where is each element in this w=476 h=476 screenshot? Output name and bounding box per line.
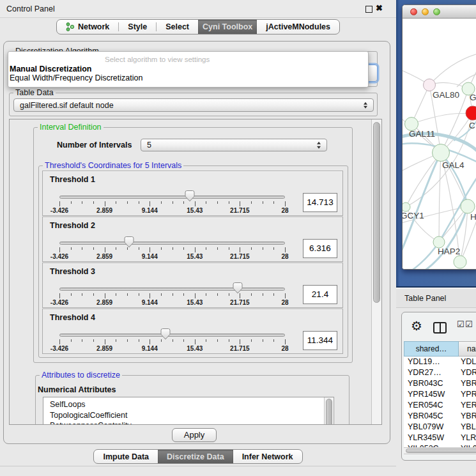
slider-tick: [217, 293, 218, 296]
slider-tick-label: 28: [281, 207, 288, 214]
network-canvas[interactable]: GAL80 GA C GAL11 GAL4 GCY1 H HAP2: [403, 19, 476, 270]
tab-impute-data[interactable]: Impute Data: [94, 450, 158, 463]
table-row[interactable]: YBR043CYBR0: [404, 378, 476, 389]
network-node: [403, 203, 410, 211]
threshold-panel: Threshold 3-3.4262.8599.14415.4321.71528…: [42, 263, 343, 308]
slider-track[interactable]: [59, 196, 285, 199]
attribute-list-item[interactable]: TopologicalCoefficient: [43, 410, 334, 421]
tab-discretize-data[interactable]: Discretize Data: [158, 450, 233, 463]
slider-tick: [240, 293, 240, 298]
tab-network[interactable]: Network: [57, 20, 118, 34]
threshold-label: Threshold 1: [50, 175, 95, 184]
dropdown-option-manual[interactable]: Manual Discretization: [10, 65, 92, 73]
slider-tick: [263, 339, 263, 342]
checkbox-icon[interactable]: ☑: [465, 319, 473, 329]
slider-thumb[interactable]: [160, 328, 171, 340]
table-row[interactable]: YER054CYER0: [404, 400, 476, 411]
slider-tick: [139, 201, 139, 204]
attribute-list-item[interactable]: SelfLoops: [43, 399, 334, 410]
slider-tick-label: 9.144: [142, 299, 158, 306]
tab-infer-network[interactable]: Infer Network: [233, 450, 302, 463]
slider-tick-label: -3.426: [50, 299, 68, 306]
network-node: [454, 256, 466, 268]
table-panel: ⚙ ☑ ☑ shared… name YDL19…YDL1YDR27…YDR2Y…: [401, 312, 476, 461]
node-label: GA: [470, 93, 476, 102]
slider-thumb[interactable]: [233, 282, 243, 294]
tab-style[interactable]: Style: [119, 20, 156, 34]
slider-tick: [127, 293, 128, 296]
slider-tick: [240, 247, 240, 252]
combo-arrows-icon: [363, 102, 368, 109]
threshold-label: Threshold 2: [50, 221, 95, 230]
dropdown-prompt-item[interactable]: Select algorithm to view settings: [105, 56, 210, 63]
slider-track[interactable]: [59, 334, 285, 337]
slider-tick: [150, 247, 150, 252]
slider-tick: [173, 201, 173, 204]
slider-tick: [183, 339, 184, 342]
threshold-value-field[interactable]: 21.4: [303, 285, 337, 304]
slider-tick: [251, 293, 252, 296]
threshold-value-field[interactable]: 6.316: [303, 239, 337, 258]
algorithm-dropdown-popup: Select algorithm to view settings Manual…: [8, 51, 369, 88]
table-row[interactable]: YLR345WYLR3: [404, 433, 476, 443]
slider-thumb[interactable]: [185, 190, 195, 202]
threshold-value-field[interactable]: 14.713: [303, 193, 337, 212]
slider-tick: [206, 247, 206, 250]
list-scrollbar[interactable]: [324, 397, 333, 425]
tab-select[interactable]: Select: [157, 20, 198, 34]
slider-tick: [251, 247, 252, 250]
slider-tick: [71, 247, 72, 250]
float-window-icon[interactable]: [365, 6, 372, 13]
settings-scroll-pane: Interval Definition Number of Intervals …: [9, 119, 382, 425]
panel-scrollbar[interactable]: [371, 119, 381, 424]
slider-tick: [217, 339, 218, 342]
slider-tick: [116, 293, 116, 296]
slider-tick: [59, 201, 60, 206]
minimize-traffic-light[interactable]: [422, 8, 429, 15]
slider-tick: [285, 293, 286, 298]
node-label: GCY1: [403, 211, 424, 220]
threshold-value-field[interactable]: 11.344: [303, 331, 337, 350]
checkbox-icon[interactable]: ☑: [457, 319, 464, 329]
apply-button[interactable]: Apply: [172, 428, 217, 442]
column-header-shared[interactable]: shared…: [404, 341, 459, 357]
zoom-traffic-light[interactable]: [433, 8, 440, 15]
table-row[interactable]: YDL19…YDL1: [404, 357, 476, 367]
number-of-intervals-combobox[interactable]: 5: [141, 139, 327, 151]
close-traffic-light[interactable]: [410, 8, 417, 15]
close-icon[interactable]: ✖: [376, 3, 383, 13]
tab-jactivemnodules[interactable]: jActiveMNodules: [257, 20, 339, 34]
column-header-name[interactable]: name: [459, 341, 476, 357]
numerical-attributes-list[interactable]: SelfLoopsTopologicalCoefficientBetweenne…: [43, 397, 334, 425]
table-data-combobox[interactable]: galFiltered.sif default node: [13, 98, 374, 112]
node-label: HAP2: [438, 247, 460, 256]
slider-track[interactable]: [59, 242, 285, 245]
slider-tick: [273, 247, 274, 250]
table-row[interactable]: YPR145WYPR1: [404, 389, 476, 400]
slider-tick: [217, 247, 218, 250]
slider-thumb[interactable]: [124, 236, 134, 248]
attribute-list-item[interactable]: BetweennessCentrality: [43, 420, 334, 425]
slider-tick-label: -3.426: [50, 207, 68, 214]
slider-tick-label: 2.859: [96, 345, 112, 352]
columns-icon[interactable]: [433, 322, 447, 334]
table-panel-title: Table Panel: [404, 294, 446, 303]
table-row[interactable]: YBL079WYBL0: [404, 422, 476, 433]
horizontal-scrollbar[interactable]: [404, 447, 476, 454]
slider-tick: [240, 339, 240, 344]
slider-tick-label: 28: [281, 253, 288, 260]
gear-icon[interactable]: ⚙: [411, 318, 422, 334]
attributes-group-title: Attributes to discretize: [40, 371, 122, 380]
slider-tick: [59, 247, 60, 252]
table-row[interactable]: YBR045CYBR0: [404, 411, 476, 422]
slider-tick: [263, 293, 263, 296]
dropdown-option-equal-width[interactable]: Equal Width/Frequency Discretization: [10, 73, 142, 82]
slider-tick: [285, 339, 286, 344]
slider-tick: [229, 339, 229, 342]
slider-track[interactable]: [59, 288, 285, 291]
tab-cyni-toolbox[interactable]: Cyni Toolbox: [198, 20, 257, 34]
table-data-group-title: Table Data: [13, 88, 56, 98]
table-row[interactable]: YDR27…YDR2: [404, 367, 476, 378]
slider-tick: [263, 201, 263, 204]
slider-tick: [150, 293, 150, 298]
